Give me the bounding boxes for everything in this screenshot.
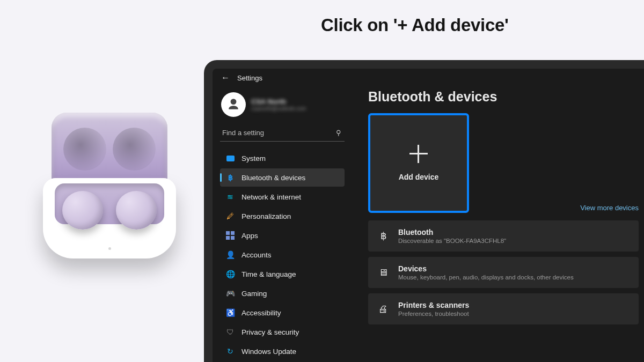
earbud-left bbox=[62, 191, 103, 230]
sidebar-item-label: Privacy & security bbox=[241, 328, 299, 336]
page-title: Bluetooth & devices bbox=[368, 89, 639, 105]
main-pane: Bluetooth & devices Add device View more… bbox=[352, 87, 644, 362]
device-tiles-row: Add device View more devices bbox=[368, 113, 639, 213]
bluetooth-icon: ฿ bbox=[377, 230, 390, 242]
devices-icon: 🖥 bbox=[377, 267, 390, 278]
earbud-right bbox=[116, 191, 157, 230]
accessibility-icon: ♿ bbox=[225, 308, 235, 317]
setting-row-title: Bluetooth bbox=[398, 228, 506, 237]
user-meta: CSA North csanorth@outlook.com bbox=[251, 98, 306, 112]
sidebar-item-time-language[interactable]: 🌐 Time & language bbox=[220, 265, 345, 283]
printer-icon: 🖨 bbox=[377, 304, 390, 315]
sidebar-item-network[interactable]: ≋ Network & internet bbox=[220, 188, 345, 206]
sidebar-item-label: Personalization bbox=[241, 212, 291, 220]
sidebar-item-windows-update[interactable]: ↻ Windows Update bbox=[220, 342, 345, 360]
setting-row-devices[interactable]: 🖥 Devices Mouse, keyboard, pen, audio, d… bbox=[368, 257, 639, 288]
view-more-devices-link[interactable]: View more devices bbox=[580, 204, 639, 212]
instruction-caption: Click on '+ Add device' bbox=[321, 15, 509, 35]
sidebar-nav: System ฿ Bluetooth & devices ≋ Network &… bbox=[220, 149, 345, 360]
sidebar-item-label: Accounts bbox=[241, 251, 272, 259]
user-display-name: CSA North bbox=[251, 98, 306, 106]
display-icon bbox=[225, 153, 235, 163]
person-icon: 👤 bbox=[225, 250, 235, 260]
add-device-label: Add device bbox=[399, 173, 439, 181]
sidebar-item-label: System bbox=[241, 154, 266, 162]
setting-row-subtitle: Discoverable as "BOOK-FA9A3CFHL8" bbox=[398, 238, 506, 244]
sidebar-item-bluetooth-devices[interactable]: ฿ Bluetooth & devices bbox=[220, 168, 345, 187]
apps-grid-icon bbox=[225, 231, 235, 240]
update-arrows-icon: ↻ bbox=[225, 346, 235, 356]
sidebar-item-label: Accessibility bbox=[241, 309, 281, 317]
sidebar-item-label: Bluetooth & devices bbox=[241, 174, 305, 182]
setting-row-text: Printers & scanners Preferences, trouble… bbox=[398, 301, 469, 317]
setting-row-subtitle: Mouse, keyboard, pen, audio, displays an… bbox=[398, 274, 574, 280]
user-email: csanorth@outlook.com bbox=[251, 106, 306, 112]
case-led-indicator bbox=[108, 247, 111, 250]
sidebar-item-personalization[interactable]: 🖉 Personalization bbox=[220, 207, 345, 225]
plus-icon bbox=[409, 145, 428, 163]
search-input[interactable] bbox=[222, 129, 336, 137]
add-device-tile[interactable]: Add device bbox=[368, 113, 469, 213]
app-title: Settings bbox=[237, 74, 262, 82]
sidebar-item-apps[interactable]: Apps bbox=[220, 226, 345, 245]
shield-icon: 🛡 bbox=[225, 327, 235, 337]
sidebar-item-label: Gaming bbox=[241, 290, 267, 298]
setting-row-printers[interactable]: 🖨 Printers & scanners Preferences, troub… bbox=[368, 293, 639, 324]
sidebar-item-label: Windows Update bbox=[241, 348, 296, 356]
sidebar-item-label: Time & language bbox=[241, 270, 296, 278]
sidebar-item-accessibility[interactable]: ♿ Accessibility bbox=[220, 304, 345, 322]
title-bar: ← Settings bbox=[213, 69, 644, 87]
sidebar-item-system[interactable]: System bbox=[220, 149, 345, 167]
gamepad-icon: 🎮 bbox=[225, 289, 235, 298]
search-icon: ⚲ bbox=[336, 129, 341, 137]
setting-row-subtitle: Preferences, troubleshoot bbox=[398, 311, 469, 317]
wifi-icon: ≋ bbox=[225, 192, 235, 202]
sidebar-item-label: Apps bbox=[241, 232, 258, 240]
setting-row-title: Devices bbox=[398, 264, 574, 273]
back-button[interactable]: ← bbox=[221, 73, 230, 83]
setting-row-title: Printers & scanners bbox=[398, 301, 469, 309]
earbuds-case-body bbox=[43, 178, 176, 258]
sidebar-item-privacy-security[interactable]: 🛡 Privacy & security bbox=[220, 323, 345, 341]
settings-window: ← Settings CSA North csanorth@outlook.co… bbox=[213, 69, 644, 362]
person-icon bbox=[226, 98, 240, 112]
sidebar-item-accounts[interactable]: 👤 Accounts bbox=[220, 246, 345, 264]
bluetooth-icon: ฿ bbox=[225, 173, 235, 182]
laptop-frame: ← Settings CSA North csanorth@outlook.co… bbox=[204, 60, 644, 362]
avatar bbox=[221, 92, 246, 117]
earbuds-illustration bbox=[43, 113, 176, 263]
paintbrush-icon: 🖉 bbox=[225, 211, 235, 221]
sidebar-item-label: Network & internet bbox=[241, 193, 301, 201]
setting-row-bluetooth[interactable]: ฿ Bluetooth Discoverable as "BOOK-FA9A3C… bbox=[368, 220, 639, 252]
user-account-row[interactable]: CSA North csanorth@outlook.com bbox=[221, 92, 345, 117]
sidebar-item-gaming[interactable]: 🎮 Gaming bbox=[220, 284, 345, 302]
setting-row-text: Bluetooth Discoverable as "BOOK-FA9A3CFH… bbox=[398, 228, 506, 244]
sidebar: CSA North csanorth@outlook.com ⚲ System … bbox=[213, 87, 352, 362]
globe-icon: 🌐 bbox=[225, 269, 235, 279]
setting-row-text: Devices Mouse, keyboard, pen, audio, dis… bbox=[398, 264, 574, 280]
search-field[interactable]: ⚲ bbox=[220, 125, 345, 142]
